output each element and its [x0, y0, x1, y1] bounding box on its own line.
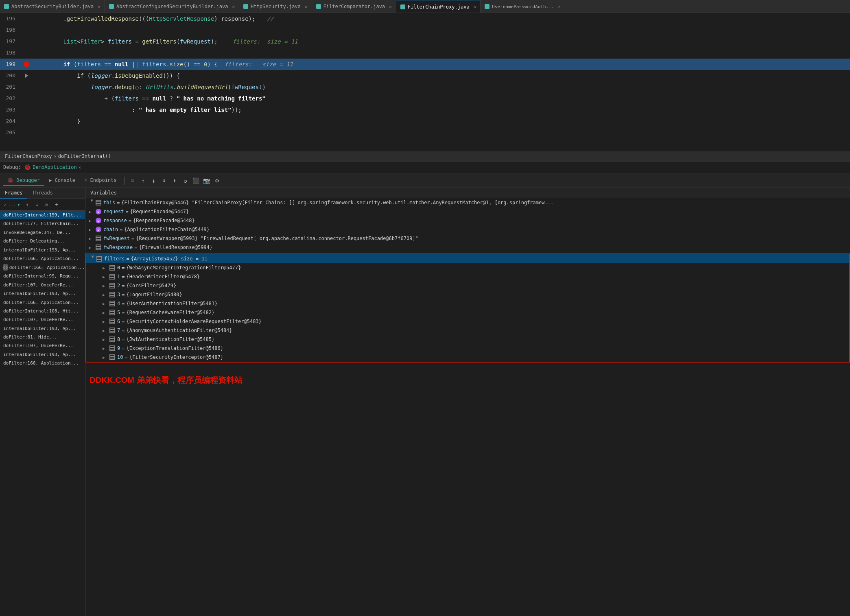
tab-filter-chain-proxy[interactable]: FilterChainProxy.java ×	[396, 0, 481, 13]
var-type-icon	[95, 235, 102, 242]
filter-check-button[interactable]: ✓ ... ▾	[2, 201, 22, 208]
var-type-icon: p	[95, 208, 102, 215]
endpoints-icon: ⚡	[84, 177, 87, 183]
var-filter-7[interactable]: ▶ 7 = {AnonymousAuthenticationFilter@548…	[86, 326, 849, 335]
tab-label: AbstractSecurityBuilder.java	[11, 4, 94, 9]
frame-item[interactable]: invokeDelegate:347, De...	[0, 228, 85, 237]
frame-item[interactable]: doFilter:177, FilterChain...	[0, 219, 85, 228]
line-number: 201	[0, 81, 20, 93]
var-filter-10[interactable]: ▶ 10 = {FilterSecurityInterceptor@5487}	[86, 353, 849, 362]
line-number: 204	[0, 116, 20, 127]
var-request[interactable]: ▶ p request = {RequestFacade@5447}	[85, 207, 850, 216]
restore-layout-button[interactable]: ≡	[128, 176, 138, 186]
step-out-button[interactable]: ⬇	[160, 176, 169, 186]
frame-item[interactable]: doFilter:166, Application...	[0, 298, 85, 307]
var-value: {ArrayList@5452} size = 11	[131, 256, 208, 262]
var-filter-0[interactable]: ▶ 0 = {WebAsyncManagerIntegrationFilter@…	[86, 263, 849, 272]
run-to-cursor-button[interactable]: ⬆	[170, 176, 180, 186]
code-line-204: 204 }	[0, 116, 850, 127]
frame-item[interactable]: doFilterInternal:99, Requ...	[0, 272, 85, 280]
frame-item[interactable]: internalDoFilter:193, Ap...	[0, 246, 85, 254]
var-name: filters	[104, 256, 125, 262]
add-button[interactable]: +	[52, 201, 61, 209]
expand-arrow-icon: ▶	[90, 199, 94, 206]
var-response[interactable]: ▶ p response = {ResponseFacade@5448}	[85, 216, 850, 225]
line-content: if (filters == null || filters.size() ==…	[33, 59, 850, 70]
var-filter-1[interactable]: ▶ 1 = {HeaderWriterFilter@5478}	[86, 272, 849, 281]
var-filter-2[interactable]: ▶ 2 = {CorsFilter@5479}	[86, 281, 849, 290]
frame-item[interactable]: doFilterInternal:199, Filt...	[0, 211, 85, 219]
frame-item[interactable]: doFilter:81, Hidc...	[0, 333, 85, 341]
frame-item[interactable]: internalDoFilter:193, Ap...	[0, 324, 85, 333]
code-lines: 195 .getFirewalledResponse(((HttpServlet…	[0, 13, 850, 138]
var-chain[interactable]: ▶ p chain = {ApplicationFilterChain@5449…	[85, 225, 850, 234]
var-value: {JwtAuthenticationFilter@5485}	[126, 336, 214, 342]
frame-item[interactable]: oodoFilter:166, Application...	[0, 263, 85, 272]
var-type-icon	[109, 282, 116, 289]
tab-close[interactable]: ×	[232, 4, 235, 9]
var-fwresponse[interactable]: ▶ fwResponse = {FirewalledResponse@5994}	[85, 243, 850, 252]
frame-item[interactable]: doFilter:107, OncePerRe...	[0, 341, 85, 350]
expand-arrow-icon: ▶	[89, 227, 95, 232]
tab-threads[interactable]: Threads	[27, 188, 58, 199]
var-filter-6[interactable]: ▶ 6 = {SecurityContextHolderAwareRequest…	[86, 317, 849, 326]
tab-debugger[interactable]: 🐞 Debugger	[3, 176, 44, 186]
expand-arrow-icon: ▶	[89, 218, 95, 223]
debugger-icon: 🐞	[7, 177, 13, 183]
move-down-button[interactable]: ↓	[33, 201, 41, 209]
frame-item[interactable]: doFilter:107, OncePerRe...	[0, 315, 85, 324]
tab-close[interactable]: ×	[558, 4, 561, 9]
tab-frames[interactable]: Frames	[0, 188, 27, 199]
tab-username-password[interactable]: UsernamePasswordAuth... ×	[481, 0, 565, 13]
stop-button[interactable]: ⬛	[191, 176, 201, 186]
filter-button[interactable]: ⧈	[43, 201, 51, 209]
frame-item[interactable]: doFilter:166, Application...	[0, 254, 85, 263]
breakpoint-indicator	[24, 61, 29, 67]
debug-app-button[interactable]: 🐞 DemoApplication ×	[24, 164, 81, 170]
var-name: request	[103, 209, 124, 214]
var-filter-9[interactable]: ▶ 9 = {ExceptionTranslationFilter@5486}	[86, 344, 849, 353]
var-value: {FilterChainProxy@5446} "FilterChainProx…	[121, 200, 553, 205]
frame-item[interactable]: doFilter:107, OncePerRe...	[0, 281, 85, 289]
var-index: 10	[117, 354, 123, 360]
expand-arrow-icon: ▶	[103, 301, 109, 306]
tab-endpoints[interactable]: ⚡ Endpoints	[80, 176, 121, 186]
evaluate-button[interactable]: ↺	[181, 176, 190, 186]
code-line-202: 202 + (filters == null ? " has no matchi…	[0, 93, 850, 104]
line-content: .getFirewalledResponse(((HttpServletResp…	[33, 13, 850, 24]
frame-item[interactable]: internalDoFilter:193, Ap...	[0, 289, 85, 298]
tab-filter-comparator[interactable]: FilterComparator.java ×	[312, 0, 396, 13]
tab-close[interactable]: ×	[305, 4, 308, 9]
var-index: 5	[117, 310, 120, 315]
tab-abstract-security[interactable]: AbstractSecurityBuilder.java ×	[0, 0, 105, 13]
tab-close[interactable]: ×	[474, 4, 476, 9]
var-fwrequest[interactable]: ▶ fwRequest = {RequestWrapper@5993} "Fir…	[85, 234, 850, 243]
expand-arrow-icon: ▶	[103, 346, 109, 351]
frame-item[interactable]: internalDoFilter:193, Ap...	[0, 350, 85, 359]
camera-button[interactable]: 📷	[202, 176, 212, 186]
tab-close[interactable]: ×	[98, 4, 101, 9]
tab-abstract-configured[interactable]: AbstractConfiguredSecurityBuilder.java ×	[105, 0, 239, 13]
var-filter-4[interactable]: ▶ 4 = {UserAuthenticationFilter@5481}	[86, 299, 849, 308]
tab-http-security[interactable]: HttpSecurity.java ×	[239, 0, 312, 13]
debug-app-close[interactable]: ×	[79, 165, 81, 170]
var-this[interactable]: ▶ this = {FilterChainProxy@5446} "Filter…	[85, 198, 850, 207]
frame-item[interactable]: doFilterInternal:108, Htt...	[0, 307, 85, 315]
move-up-button[interactable]: ↑	[23, 201, 31, 209]
var-filter-8[interactable]: ▶ 8 = {JwtAuthenticationFilter@5485}	[86, 335, 849, 344]
var-filters[interactable]: ▶ filters = {ArrayList@5452} size = 11	[86, 254, 849, 263]
step-over-button[interactable]: ↑	[138, 176, 148, 186]
tab-close[interactable]: ×	[389, 4, 392, 9]
frame-item[interactable]: doFilter: Delegating...	[0, 237, 85, 245]
frame-item[interactable]: doFilter:166, Application...	[0, 359, 85, 367]
var-value: {FilterSecurityInterceptor@5487}	[129, 354, 223, 360]
tab-console[interactable]: ▶ Console	[45, 176, 79, 186]
variables-panel: Variables ▶ this = {FilterChainProxy@544…	[85, 188, 850, 616]
var-filter-3[interactable]: ▶ 3 = {LogoutFilter@5480}	[86, 290, 849, 299]
var-filter-5[interactable]: ▶ 5 = {RequestCacheAwareFilter@5482}	[86, 308, 849, 317]
var-equals: =	[122, 310, 125, 315]
tab-debugger-label: Debugger	[16, 177, 40, 183]
settings-button[interactable]: ⚙	[212, 176, 222, 186]
step-into-button[interactable]: ↓	[149, 176, 159, 186]
breadcrumb-separator: ›	[54, 153, 57, 159]
